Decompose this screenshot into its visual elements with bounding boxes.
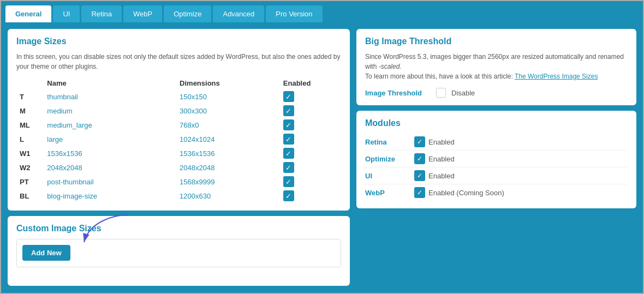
image-sizes-title: Image Sizes [16,37,341,46]
module-checkbox[interactable]: ✓ [414,187,425,198]
row-enabled[interactable]: ✓ [267,175,341,189]
row-enabled[interactable]: ✓ [267,160,341,175]
tab-ui[interactable]: UI [53,5,80,22]
module-checkbox[interactable]: ✓ [414,153,425,164]
threshold-label: Image Threshold [365,89,431,97]
row-enabled[interactable]: ✓ [267,132,341,146]
checked-icon: ✓ [283,134,294,145]
col-enabled: Enabled [267,77,341,89]
row-dims: 768x0 [147,118,267,132]
main-content: Image Sizes In this screen, you can disa… [1,22,643,292]
row-dims: 2048x2048 [147,160,267,175]
row-name[interactable]: blog-image-size [44,189,147,203]
checked-icon: ✓ [283,105,294,116]
row-abbr: L [16,132,44,146]
sizes-table: Name Dimensions Enabled T thumbnail 150x… [16,77,341,203]
wordpress-image-sizes-link[interactable]: The WordPress Image Sizes [515,73,598,80]
tabs-bar: General UI Retina WebP Optimize Advanced… [1,1,643,22]
table-row: W1 1536x1536 1536x1536 ✓ [16,146,341,160]
row-dims: 300x300 [147,104,267,118]
row-abbr: ML [16,118,44,132]
table-row: ML medium_large 768x0 ✓ [16,118,341,132]
table-row: BL blog-image-size 1200x630 ✓ [16,189,341,203]
row-abbr: W2 [16,160,44,175]
row-name[interactable]: large [44,132,147,146]
module-status: Enabled (Coming Soon) [428,189,504,197]
row-enabled[interactable]: ✓ [267,118,341,132]
row-dims: 1536x1536 [147,146,267,160]
row-abbr: T [16,89,44,104]
col-abbr [16,77,44,89]
table-row: W2 2048x2048 2048x2048 ✓ [16,160,341,175]
row-name[interactable]: 2048x2048 [44,160,147,175]
left-panel: Image Sizes In this screen, you can disa… [8,29,350,286]
row-name[interactable]: medium_large [44,118,147,132]
module-name: UI [365,172,414,180]
row-enabled[interactable]: ✓ [267,89,341,104]
checked-icon: ✓ [283,119,294,130]
row-dims: 1200x630 [147,189,267,203]
tab-webp[interactable]: WebP [123,5,162,22]
module-status: Enabled [428,172,455,180]
image-sizes-description: In this screen, you can disable sizes no… [16,52,341,71]
app-container: General UI Retina WebP Optimize Advanced… [0,0,644,294]
module-checkbox[interactable]: ✓ [414,136,425,147]
row-name[interactable]: 1536x1536 [44,146,147,160]
modules-title: Modules [365,118,628,128]
row-enabled[interactable]: ✓ [267,189,341,203]
right-panel: Big Image Threshold Since WordPress 5.3,… [356,29,636,286]
tab-retina[interactable]: Retina [81,5,122,22]
module-row: UI ✓ Enabled [365,167,628,184]
module-checkbox[interactable]: ✓ [414,170,425,181]
custom-image-sizes-title: Custom Image Sizes [16,224,341,233]
row-enabled[interactable]: ✓ [267,104,341,118]
big-image-threshold-title: Big Image Threshold [365,37,628,46]
checked-icon: ✓ [283,162,294,173]
threshold-checkbox[interactable] [436,88,446,98]
module-name: Optimize [365,155,414,163]
custom-image-sizes-card: Custom Image Sizes Add New [8,216,350,286]
big-image-threshold-card: Big Image Threshold Since WordPress 5.3,… [356,29,636,105]
row-dims: 1568x9999 [147,175,267,189]
tab-general[interactable]: General [5,5,51,22]
custom-image-sizes-inner: Add New [16,239,341,267]
row-name[interactable]: thumbnail [44,89,147,104]
module-row: Optimize ✓ Enabled [365,151,628,167]
row-dims: 150x150 [147,89,267,104]
row-abbr: PT [16,175,44,189]
disable-label: Disable [451,89,475,97]
module-row: WebP ✓ Enabled (Coming Soon) [365,184,628,201]
module-status: Enabled [428,138,455,146]
table-row: M medium 300x300 ✓ [16,104,341,118]
tab-optimize[interactable]: Optimize [164,5,211,22]
image-sizes-card: Image Sizes In this screen, you can disa… [8,29,350,211]
module-name: WebP [365,189,414,197]
add-new-button[interactable]: Add New [22,245,70,261]
row-name[interactable]: medium [44,104,147,118]
row-abbr: W1 [16,146,44,160]
row-enabled[interactable]: ✓ [267,146,341,160]
tab-advanced[interactable]: Advanced [213,5,264,22]
col-dimensions: Dimensions [147,77,267,89]
checked-icon: ✓ [283,91,294,102]
row-name[interactable]: post-thumbnail [44,175,147,189]
module-row: Retina ✓ Enabled [365,134,628,151]
table-row: T thumbnail 150x150 ✓ [16,89,341,104]
row-abbr: M [16,104,44,118]
module-status: Enabled [428,155,455,163]
threshold-description: Since WordPress 5.3, images bigger than … [365,52,628,81]
checked-icon: ✓ [283,190,294,201]
col-name: Name [44,77,147,89]
table-row: PT post-thumbnail 1568x9999 ✓ [16,175,341,189]
row-dims: 1024x1024 [147,132,267,146]
modules-list: Retina ✓ Enabled Optimize ✓ Enabled UI ✓… [365,134,628,201]
checked-icon: ✓ [283,148,294,159]
tab-pro-version[interactable]: Pro Version [266,5,322,22]
modules-card: Modules Retina ✓ Enabled Optimize ✓ Enab… [356,111,636,208]
module-name: Retina [365,138,414,146]
row-abbr: BL [16,189,44,203]
table-row: L large 1024x1024 ✓ [16,132,341,146]
checked-icon: ✓ [283,176,294,187]
threshold-row: Image Threshold Disable [365,88,628,98]
